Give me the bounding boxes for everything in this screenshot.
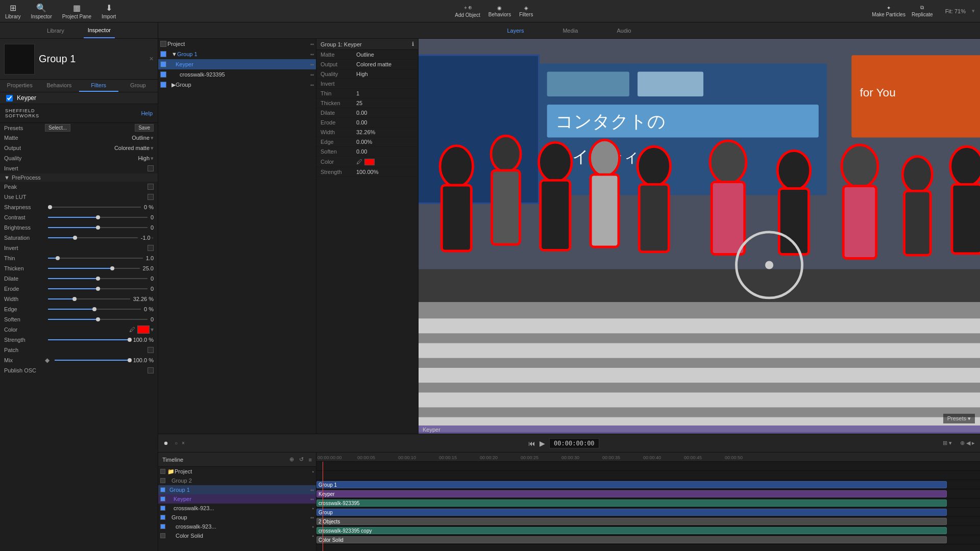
tl-row-group2[interactable]: Group 2 (158, 476, 316, 485)
layer-row-group1[interactable]: ▼ Group 1 ▪▪ (158, 49, 316, 59)
tab-library[interactable]: Library (43, 22, 68, 38)
timeline-playhead[interactable] (323, 462, 323, 551)
tl-row-crosswalk2-tl[interactable]: crosswalk-923... ▪ (158, 522, 316, 531)
layer-check-crosswalk[interactable] (160, 71, 166, 78)
tab-media[interactable]: Media (558, 28, 582, 34)
tab-behaviors[interactable]: Behaviors (39, 80, 79, 92)
timeline-refresh-icon[interactable]: ↺ (299, 456, 304, 463)
quality-chevron-icon[interactable]: ▾ (151, 155, 154, 162)
color-chevron-icon[interactable]: ▾ (151, 326, 154, 333)
clip-keyper[interactable]: Keyper (316, 490, 947, 497)
timeline-add-icon[interactable]: ⊕ (289, 456, 294, 463)
play-button[interactable]: ▶ (540, 439, 545, 447)
output-chevron-icon[interactable]: ▾ (151, 145, 154, 152)
strength-slider[interactable] (48, 339, 130, 340)
output-value[interactable]: Colored matte (114, 145, 150, 151)
clip-colorsolid[interactable]: Color Solid (316, 536, 947, 543)
tl-check-group-tl[interactable] (160, 515, 165, 520)
mix-slider[interactable] (55, 360, 130, 361)
tl-check-group2[interactable] (160, 478, 165, 483)
layer-row-project[interactable]: Project ▪▪ (158, 39, 316, 49)
kp-color-swatch[interactable] (364, 159, 375, 165)
zoom-chevron-icon[interactable]: ▾ (972, 8, 975, 14)
tab-group[interactable]: Group (118, 80, 158, 92)
width-slider[interactable] (48, 298, 130, 299)
preprocess-section[interactable]: ▼ PreProcess (0, 173, 158, 182)
publish-osc-checkbox[interactable] (148, 367, 154, 373)
tl-check-project[interactable] (160, 469, 165, 474)
invert-checkbox[interactable] (148, 165, 154, 171)
clip-crosswalk[interactable]: crosswalk-923395 (316, 499, 947, 507)
make-particles-button[interactable]: ✦ Make Particles (872, 5, 905, 17)
layer-check-group[interactable] (160, 82, 166, 88)
color-swatch[interactable] (137, 325, 150, 334)
tab-properties[interactable]: Properties (0, 80, 39, 92)
soften-slider[interactable] (48, 319, 148, 320)
tl-row-keyper-tl[interactable]: Keyper ▪▪ (158, 494, 316, 504)
saturation-options-icon[interactable]: ◦ (152, 234, 154, 241)
library-button[interactable]: ⊞ Library (5, 3, 21, 19)
kp-color-picker-icon[interactable]: 🖊 (356, 158, 362, 165)
tl-row-project[interactable]: 📁 Project ▪ (158, 467, 316, 476)
layer-check-group1[interactable] (160, 51, 166, 57)
pin-button[interactable]: ✕ (149, 56, 154, 62)
layer-row-crosswalk[interactable]: crosswalk-923395 ▪▪ (158, 69, 316, 80)
record-button[interactable]: ⏺ (163, 440, 168, 446)
tl-row-colorsolid-tl[interactable]: Color Solid ▪ (158, 531, 316, 540)
patch-checkbox[interactable] (148, 347, 154, 353)
behaviors-button[interactable]: ◉ Behaviors (488, 5, 511, 17)
tl-check-group1[interactable] (160, 487, 165, 492)
clip-2objects[interactable]: 2 Objects (316, 518, 947, 525)
clip-group[interactable]: Group (316, 509, 947, 516)
add-object-button[interactable]: ＋⊕ Add Object (455, 4, 480, 18)
keyper-info-icon[interactable]: ℹ (412, 41, 414, 47)
tl-check-crosswalk2-tl[interactable] (160, 524, 165, 529)
peak-checkbox[interactable] (148, 184, 154, 190)
tl-row-group-tl[interactable]: Group ▪▪ (158, 513, 316, 522)
prev-frame-button[interactable]: ⏮ (528, 439, 535, 447)
tab-audio[interactable]: Audio (612, 28, 635, 34)
thin-slider[interactable] (48, 258, 143, 259)
tl-row-crosswalk-tl[interactable]: crosswalk-923... ▪ (158, 504, 316, 513)
matte-value[interactable]: Outline (132, 135, 150, 141)
matte-chevron-icon[interactable]: ▾ (151, 135, 154, 141)
project-pane-button[interactable]: ▦ Project Pane (62, 3, 91, 19)
preset-save-button[interactable]: Save (135, 124, 154, 132)
invert2-checkbox[interactable] (148, 245, 154, 251)
keyper-enable-checkbox[interactable] (6, 95, 13, 102)
stop-button[interactable]: × (182, 440, 185, 446)
saturation-slider[interactable] (48, 237, 138, 238)
layer-check-project[interactable] (160, 41, 166, 47)
edge-slider[interactable] (48, 309, 141, 310)
tl-check-colorsolid-tl[interactable] (160, 533, 165, 538)
contrast-slider[interactable] (48, 217, 148, 218)
sharpness-slider[interactable] (48, 207, 141, 208)
filters-button[interactable]: ◈ Filters (519, 5, 533, 17)
dilate-slider[interactable] (48, 278, 148, 279)
brightness-slider[interactable] (48, 227, 148, 228)
quality-value[interactable]: High (138, 155, 150, 161)
tl-check-keyper-tl[interactable] (160, 496, 165, 502)
presets-overlay-button[interactable]: Presets ▾ (943, 414, 975, 423)
color-picker-icon[interactable]: 🖊 (129, 326, 135, 333)
layer-check-keyper[interactable] (160, 61, 166, 67)
use-lut-checkbox[interactable] (148, 194, 154, 200)
import-button[interactable]: ⬇ Import (102, 3, 116, 19)
layer-row-group[interactable]: ▶ Group ▪▪ (158, 80, 316, 90)
thicken-slider[interactable] (48, 268, 140, 269)
preset-select-button[interactable]: Select... (45, 124, 70, 132)
erode-slider[interactable] (48, 288, 148, 289)
loop-button[interactable]: ○ (175, 440, 178, 446)
clip-crosswalk-copy[interactable]: crosswalk-923395 copy (316, 527, 947, 534)
replicate-button[interactable]: ⧉ Replicate (912, 5, 933, 17)
clip-group1[interactable]: Group 1 (316, 481, 947, 488)
timeline-options-icon[interactable]: ≡ (309, 457, 312, 463)
inspector-button[interactable]: 🔍 Inspector (31, 3, 52, 19)
tl-row-group1-tl[interactable]: Group 1 ▪▪ (158, 485, 316, 494)
tab-inspector[interactable]: Inspector (84, 22, 115, 38)
tab-layers[interactable]: Layers (503, 28, 528, 34)
playback-options[interactable]: ⊞ ▾ (943, 440, 952, 446)
tab-filters[interactable]: Filters (79, 80, 118, 92)
tl-check-crosswalk-tl[interactable] (160, 506, 165, 511)
help-link[interactable]: Help (141, 110, 153, 116)
